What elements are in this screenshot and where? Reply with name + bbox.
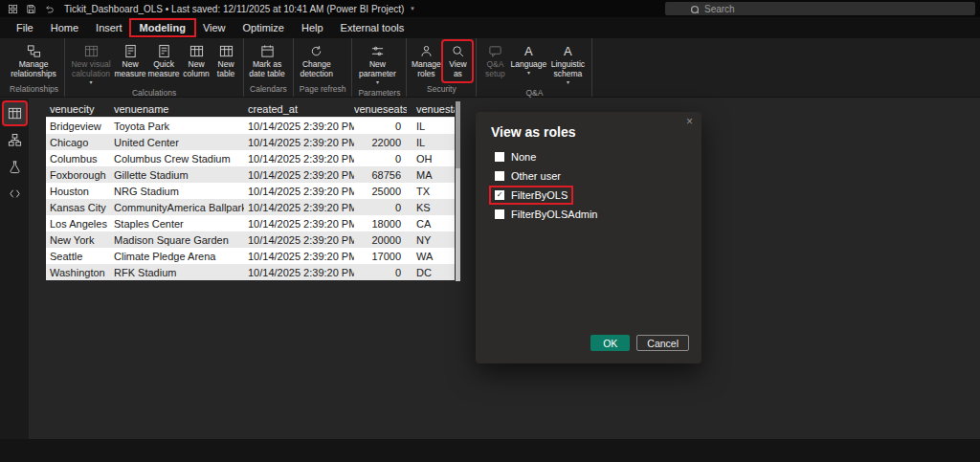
cell-created_at: 10/14/2025 2:39:20 PM <box>244 186 354 197</box>
view-as-button[interactable]: View as <box>443 41 472 81</box>
menu-item-home[interactable]: Home <box>42 20 87 35</box>
cell-venueseats: 68756 <box>354 169 407 181</box>
column-header-created_at[interactable]: created_at <box>244 103 354 115</box>
table-row: ColumbusColumbus Crew Stadium10/14/2025 … <box>46 150 455 166</box>
menu-item-modeling[interactable]: Modeling <box>131 20 194 35</box>
cell-venuecity: Seattle <box>46 251 110 262</box>
cell-venuestate: KS <box>407 202 455 213</box>
scrollbar-thumb[interactable] <box>456 101 460 168</box>
change-detection-button[interactable]: Change detection <box>298 41 336 81</box>
button-label: New column <box>183 60 210 79</box>
search-icon <box>690 5 699 13</box>
menu-item-file[interactable]: File <box>8 20 42 35</box>
ribbon-group-relationships: Manage relationships Relationships <box>4 38 65 97</box>
manage-relationships-button[interactable]: Manage relationships <box>8 41 59 81</box>
button-label: Quick measure <box>148 60 180 79</box>
cell-venuename: Columbus Crew Stadium <box>110 153 244 165</box>
button-label: New parameter <box>357 60 397 79</box>
new-measure-icon <box>123 43 138 59</box>
menu-item-insert[interactable]: Insert <box>87 20 131 35</box>
column-header-venueseats[interactable]: venueseats <box>354 103 407 115</box>
checkbox-unchecked-icon[interactable] <box>495 171 504 181</box>
cell-venuename: United Center <box>110 137 244 148</box>
new-measure-button[interactable]: New measure <box>115 41 145 81</box>
role-option-other user[interactable]: Other user <box>491 168 565 184</box>
sidebar-icon-table-view[interactable] <box>4 102 26 124</box>
sidebar-icon-model-view[interactable] <box>4 129 26 151</box>
powerbi-window: Tickit_Dashboard_OLS • Last saved: 12/11… <box>0 0 980 462</box>
canvas-bottom-band <box>0 439 980 462</box>
role-option-none[interactable]: None <box>491 149 540 165</box>
role-option-filterbyolsadmin[interactable]: FilterByOLSAdmin <box>491 207 601 222</box>
table-scrollbar[interactable] <box>456 101 460 281</box>
new-parameter-button[interactable]: New parameter ▾ <box>356 41 398 87</box>
linguistic-schema-button[interactable]: A Linguistic schema ▾ <box>547 41 588 87</box>
title-caret-icon[interactable]: ▾ <box>411 5 414 12</box>
sidebar-icon-tmdl-view[interactable] <box>4 183 26 205</box>
app-logo-icon <box>7 3 18 14</box>
mark-as-date-table-button[interactable]: Mark as date table <box>248 41 286 81</box>
cell-venuecity: Bridgeview <box>46 121 110 132</box>
cell-created_at: 10/14/2025 2:39:20 PM <box>244 218 354 230</box>
close-icon[interactable]: × <box>686 115 693 128</box>
model-view-icon <box>8 133 22 147</box>
table-row: FoxboroughGillette Stadium10/14/2025 2:3… <box>46 166 455 183</box>
cell-venuestate: TX <box>407 186 455 197</box>
table-row: New YorkMadison Square Garden10/14/2025 … <box>46 231 455 248</box>
undo-icon[interactable] <box>43 3 55 14</box>
dropdown-caret-icon: ▾ <box>567 80 569 85</box>
table-view-icon <box>8 106 22 121</box>
cell-venueseats: 0 <box>354 153 407 165</box>
cell-venuecity: Foxborough <box>46 169 110 181</box>
ribbon-group-security: Manage roles View as Security <box>407 38 477 97</box>
cancel-button[interactable]: Cancel <box>636 335 689 351</box>
cell-created_at: 10/14/2025 2:39:20 PM <box>244 169 354 181</box>
save-icon[interactable] <box>25 3 36 14</box>
checkbox-unchecked-icon[interactable] <box>495 209 504 219</box>
group-label-relationships: Relationships <box>8 83 60 97</box>
new-column-button[interactable]: New column <box>182 41 211 81</box>
column-header-venuecity[interactable]: venuecity <box>46 103 110 115</box>
quick-measure-button[interactable]: Quick measure <box>147 41 180 81</box>
ribbon-group-qa: Q&A setup A Language ▾ A Linguistic sche… <box>477 38 592 97</box>
dax-query-view-icon <box>8 160 22 174</box>
qa-setup-button: Q&A setup <box>480 41 509 81</box>
group-label-parameters: Parameters <box>356 87 402 99</box>
menu-item-external-tools[interactable]: External tools <box>332 20 413 35</box>
table-row: BridgeviewToyota Park10/14/2025 2:39:20 … <box>46 118 455 134</box>
ribbon-group-calculations: New visual calculation ▾ New measure Qui… <box>65 38 244 97</box>
cell-venuestate: MA <box>407 169 455 181</box>
menu-item-view[interactable]: View <box>194 20 234 35</box>
cell-created_at: 10/14/2025 2:39:20 PM <box>244 267 354 278</box>
new-table-button[interactable]: New table <box>212 41 239 81</box>
button-label: Q&A setup <box>481 60 508 79</box>
role-option-filterbyols[interactable]: ✓FilterByOLS <box>491 187 571 203</box>
language-button[interactable]: A Language ▾ <box>511 41 546 77</box>
refresh-icon <box>309 43 323 59</box>
cell-created_at: 10/14/2025 2:39:20 PM <box>244 202 354 213</box>
calendar-icon <box>260 43 275 59</box>
button-label: Linguistic schema <box>548 60 587 79</box>
checkbox-checked-icon[interactable]: ✓ <box>495 190 504 200</box>
new-visual-calculation-icon <box>84 43 99 59</box>
cell-venuecity: Columbus <box>46 153 110 165</box>
ok-button[interactable]: OK <box>590 335 630 351</box>
menu-item-help[interactable]: Help <box>293 20 332 35</box>
manage-roles-button[interactable]: Manage roles <box>411 41 441 81</box>
group-label-qa: Q&A <box>480 87 588 99</box>
person-icon <box>419 43 434 59</box>
cell-venuename: CommunityAmerica Ballpark <box>110 202 244 213</box>
column-header-venuestate[interactable]: venuestate <box>407 103 455 115</box>
table-row: ChicagoUnited Center10/14/2025 2:39:20 P… <box>46 134 455 150</box>
search-input[interactable]: Search <box>665 2 975 15</box>
checkbox-unchecked-icon[interactable] <box>495 152 504 162</box>
cell-venuestate: IL <box>407 121 455 132</box>
table-row: WashingtonRFK Stadium10/14/2025 2:39:20 … <box>46 264 455 280</box>
dropdown-caret-icon: ▾ <box>527 71 530 76</box>
cell-venuestate: DC <box>407 267 455 278</box>
column-header-venuename[interactable]: venuename <box>110 103 244 115</box>
cell-venueseats: 25000 <box>354 186 407 197</box>
menu-item-optimize[interactable]: Optimize <box>234 20 293 35</box>
sliders-icon <box>370 43 385 59</box>
sidebar-icon-dax-query-view[interactable] <box>4 156 26 178</box>
